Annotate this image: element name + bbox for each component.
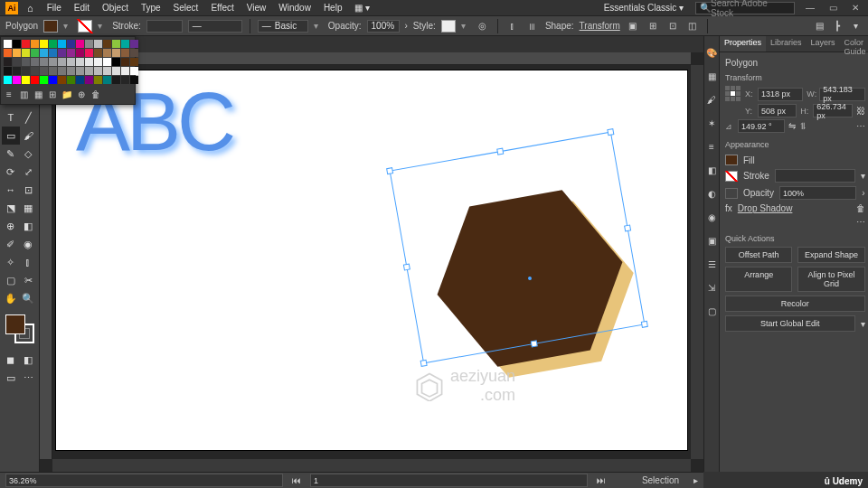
swatch-color[interactable] (22, 67, 30, 75)
brush-field[interactable]: —Basic (258, 20, 308, 33)
menu-file[interactable]: File (42, 3, 66, 13)
swatch-show-icon[interactable]: ▦ (33, 89, 43, 99)
artboard-nav-next-icon[interactable]: ⏭ (597, 475, 606, 485)
swatch-color[interactable] (103, 40, 111, 48)
dock-appearance-icon[interactable]: ◉ (704, 210, 719, 224)
swatch-color[interactable] (121, 58, 129, 66)
swatch-color[interactable] (4, 49, 12, 57)
swatch-color[interactable] (4, 58, 12, 66)
swatch-color[interactable] (4, 76, 12, 84)
btn-arrange[interactable]: Arrange (725, 267, 792, 292)
swatch-color[interactable] (121, 40, 129, 48)
appearance-fill-swatch[interactable] (725, 155, 738, 165)
menu-view[interactable]: View (242, 3, 271, 13)
tab-layers[interactable]: Layers (807, 36, 840, 52)
swatch-color[interactable] (94, 58, 102, 66)
swatch-color[interactable] (67, 40, 75, 48)
scrollbar-horizontal[interactable] (52, 459, 691, 472)
tool-rotate[interactable]: ⟳ (2, 163, 20, 181)
artboard-nav-field[interactable]: 1 (310, 474, 588, 487)
dock-stroke-icon[interactable]: ≡ (704, 139, 719, 154)
swatch-color[interactable] (85, 76, 93, 84)
swatch-color[interactable] (13, 58, 21, 66)
swatch-color[interactable] (112, 76, 120, 84)
fill-dropdown-icon[interactable]: ▾ (63, 21, 72, 31)
swatch-color[interactable] (58, 40, 66, 48)
swatch-color[interactable] (76, 49, 84, 57)
dock-transparency-icon[interactable]: ◐ (704, 186, 719, 201)
swatch-color[interactable] (67, 76, 75, 84)
tool-scale[interactable]: ⤢ (20, 163, 38, 181)
swatch-color[interactable] (49, 67, 57, 75)
isolate-icon[interactable]: ▣ (626, 19, 640, 33)
swatch-color[interactable] (112, 67, 120, 75)
menu-arrange-docs-icon[interactable]: ▦ ▾ (350, 3, 374, 13)
stroke-swatch[interactable] (78, 20, 92, 33)
menu-object[interactable]: Object (98, 3, 133, 13)
swatch-color[interactable] (76, 58, 84, 66)
prefs-icon[interactable]: ┣ (830, 19, 844, 33)
global-edit-dropdown-icon[interactable]: ▾ (861, 319, 865, 329)
swatch-color[interactable] (13, 67, 21, 75)
swatch-delete-icon[interactable]: 🗑 (90, 89, 101, 99)
more-transform-icon[interactable]: ⋯ (856, 121, 865, 131)
swatch-color[interactable] (94, 67, 102, 75)
swatch-color[interactable] (67, 58, 75, 66)
tool-shape[interactable]: ▭ (2, 127, 20, 145)
swatch-color[interactable] (58, 76, 66, 84)
swatch-color[interactable] (49, 76, 57, 84)
menu-effect[interactable]: Effect (206, 3, 238, 13)
tool-width[interactable]: ↔ (2, 181, 20, 199)
swatch-color[interactable] (31, 67, 39, 75)
style-dropdown-icon[interactable]: ▾ (461, 21, 470, 31)
scrollbar-vertical[interactable] (691, 65, 703, 459)
swatch-color[interactable] (112, 58, 120, 66)
ruler-horizontal[interactable] (52, 52, 691, 65)
swatch-color[interactable] (13, 76, 21, 84)
canvas[interactable]: ABC (52, 65, 691, 459)
swatch-color[interactable] (31, 40, 39, 48)
tool-hand[interactable]: ✋ (2, 289, 20, 307)
swatch-color[interactable] (40, 40, 48, 48)
color-mode-gradient[interactable]: ◧ (20, 351, 38, 369)
tool-slice[interactable]: ✂ (20, 271, 38, 289)
delete-effect-icon[interactable]: 🗑 (856, 203, 865, 213)
transform-w-field[interactable]: 543.183 px (819, 88, 864, 101)
swatch-color[interactable] (4, 40, 12, 48)
swatch-color[interactable] (31, 49, 39, 57)
swatch-color[interactable] (22, 49, 30, 57)
swatch-color[interactable] (130, 67, 138, 75)
swatch-color[interactable] (76, 40, 84, 48)
home-icon[interactable]: ⌂ (22, 3, 39, 14)
btn-recolor[interactable]: Recolor (725, 296, 865, 312)
swatch-color[interactable] (49, 49, 57, 57)
swatch-color[interactable] (121, 76, 129, 84)
menu-help[interactable]: Help (319, 3, 347, 13)
tool-free-transform[interactable]: ⊡ (20, 181, 38, 199)
swatch-group-icon[interactable]: 📁 (61, 89, 72, 99)
screen-mode[interactable]: ▭ (2, 369, 20, 387)
menu-window[interactable]: Window (274, 3, 316, 13)
tool-gradient[interactable]: ◧ (20, 217, 38, 235)
swatch-color[interactable] (85, 49, 93, 57)
dock-brushes-icon[interactable]: 🖌 (704, 92, 719, 107)
fill-color-box[interactable] (5, 314, 25, 334)
swatch-color[interactable] (85, 58, 93, 66)
swatch-color[interactable] (121, 67, 129, 75)
tool-mesh[interactable]: ⊕ (2, 217, 20, 235)
swatch-color[interactable] (103, 76, 111, 84)
maximize-button[interactable]: ▭ (826, 3, 841, 13)
menu-select[interactable]: Select (169, 3, 203, 13)
swatch-menu-icon[interactable]: ≡ (4, 89, 14, 99)
shape-transform-link[interactable]: Transform (580, 21, 620, 31)
flip-v-icon[interactable]: ⥮ (799, 121, 807, 131)
opacity-field[interactable]: 100% (367, 20, 400, 33)
swatch-color[interactable] (103, 49, 111, 57)
swatch-color[interactable] (22, 40, 30, 48)
mask-icon[interactable]: ◫ (685, 19, 700, 33)
menu-type[interactable]: Type (137, 3, 165, 13)
distribute-icon[interactable]: ⫼ (525, 19, 540, 33)
btn-offset-path[interactable]: Offset Path (725, 247, 792, 263)
align-icon[interactable]: ⫿ (505, 19, 520, 33)
fill-swatch[interactable] (43, 20, 58, 33)
